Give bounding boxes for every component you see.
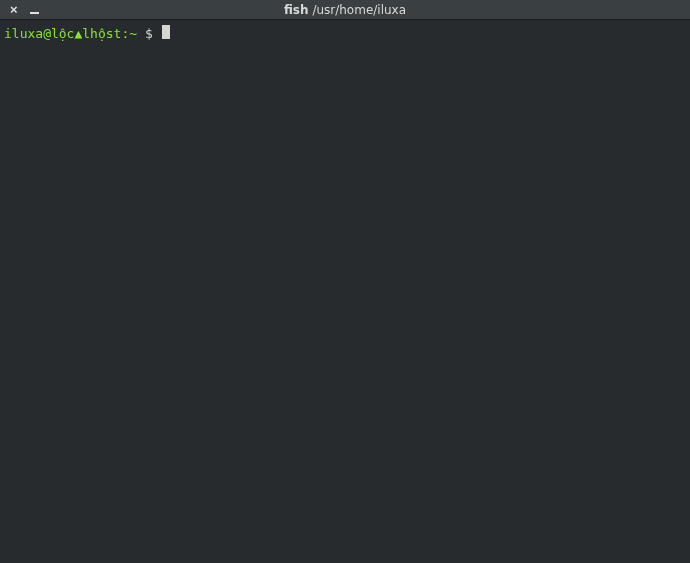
terminal-viewport[interactable]: iluxa@lộc▲lhộst:~ $ [0,20,690,563]
cursor-icon [162,25,170,39]
prompt-user-host: iluxa@lộc▲lhộst:~ [4,26,137,42]
window-titlebar: × fish /usr/home/iluxa [0,0,690,20]
window-title: fish /usr/home/iluxa [0,3,690,17]
prompt-symbol: $ [137,26,160,42]
close-icon[interactable]: × [10,3,18,16]
window-title-path: /usr/home/iluxa [312,3,406,17]
prompt-line: iluxa@lộc▲lhộst:~ $ [4,24,686,42]
minimize-icon[interactable] [30,4,40,16]
titlebar-buttons: × [0,3,40,16]
window-title-app: fish [284,3,309,17]
